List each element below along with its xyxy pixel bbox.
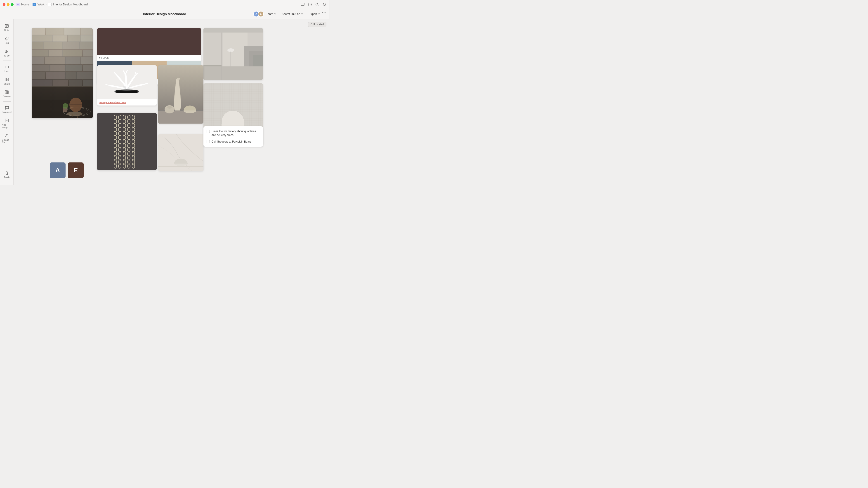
- title-bar-actions: A E Team | Secret link: on | Export: [253, 11, 326, 17]
- todo-card[interactable]: Email the tile factory about quantities …: [204, 126, 263, 147]
- sidebar-label-link: Link: [4, 42, 8, 44]
- sidebar-label-note: Note: [4, 29, 9, 32]
- team-button[interactable]: Team: [266, 12, 276, 15]
- help-icon[interactable]: ?: [308, 2, 312, 6]
- minimize-button[interactable]: [7, 3, 9, 6]
- svg-rect-57: [32, 87, 93, 119]
- breadcrumb-page[interactable]: Interior Design Moodboard: [53, 3, 88, 6]
- svg-rect-23: [5, 119, 8, 122]
- todo-checkbox-2[interactable]: [207, 140, 210, 143]
- search-icon[interactable]: [315, 2, 319, 6]
- svg-rect-47: [65, 65, 82, 71]
- sidebar-item-add-image[interactable]: Add image: [1, 116, 12, 130]
- svg-point-84: [114, 91, 139, 93]
- todo-text-1: Email the tile factory about quantities …: [212, 129, 260, 137]
- export-button[interactable]: Export: [309, 12, 320, 15]
- svg-rect-58: [32, 100, 93, 119]
- coral-link[interactable]: www.porcelainbear.com: [97, 99, 157, 105]
- svg-rect-48: [83, 65, 93, 71]
- sidebar-item-link[interactable]: Link: [1, 34, 12, 46]
- svg-point-59: [63, 107, 90, 116]
- sidebar-item-column[interactable]: Column: [1, 88, 12, 100]
- svg-rect-74: [223, 33, 248, 66]
- add-image-icon: [4, 118, 9, 123]
- svg-rect-20: [5, 91, 6, 94]
- board-icon: [4, 77, 9, 82]
- sidebar-item-comment[interactable]: Comment: [1, 103, 12, 115]
- todo-icon: [4, 49, 9, 54]
- coral-card[interactable]: www.porcelainbear.com: [97, 65, 157, 105]
- top-bar: N Home › W Work › □ Interior Design Mood…: [0, 0, 329, 9]
- maximize-button[interactable]: [11, 3, 13, 6]
- big-swatch: [97, 28, 201, 55]
- column-icon: [4, 90, 9, 95]
- svg-rect-168: [158, 166, 204, 167]
- svg-rect-32: [81, 35, 93, 41]
- screen-icon[interactable]: [301, 2, 305, 6]
- svg-line-64: [80, 112, 82, 116]
- title-bar: Interior Design Moodboard A E Team | Sec…: [0, 9, 329, 19]
- app-icon: N: [16, 3, 20, 6]
- svg-rect-21: [6, 91, 7, 94]
- left-sidebar: Note Link To-do Line Board: [0, 19, 13, 185]
- sidebar-label-trash: Trash: [4, 176, 9, 179]
- svg-rect-50: [46, 72, 65, 79]
- svg-rect-77: [253, 55, 263, 66]
- svg-rect-42: [44, 57, 65, 64]
- todo-checkbox-1[interactable]: [207, 130, 210, 133]
- breadcrumb-sep1: ›: [31, 3, 31, 6]
- large-interior-photo[interactable]: [32, 28, 93, 119]
- sidebar-item-upload[interactable]: Upload file: [1, 131, 12, 145]
- svg-point-4: [316, 3, 318, 5]
- vases-photo[interactable]: [158, 65, 204, 124]
- trash-icon: [4, 170, 9, 175]
- secret-link-button[interactable]: Secret link: on: [282, 12, 303, 15]
- sidebar-label-add-image: Add image: [2, 124, 11, 129]
- gray-room-bg: [204, 28, 263, 80]
- sidebar-item-board[interactable]: Board: [1, 75, 12, 87]
- bell-icon[interactable]: [322, 2, 327, 6]
- avatar-group: A E: [253, 11, 264, 17]
- svg-point-67: [67, 111, 83, 116]
- svg-point-60: [66, 108, 88, 116]
- unsorted-badge[interactable]: 0 Unsorted: [308, 22, 327, 27]
- svg-text:?: ?: [309, 3, 311, 6]
- svg-rect-73: [204, 28, 263, 33]
- svg-rect-52: [77, 72, 93, 79]
- sidebar-item-note[interactable]: Note: [1, 22, 12, 33]
- svg-rect-71: [204, 66, 263, 80]
- sidebar-label-upload: Upload file: [2, 139, 11, 144]
- svg-rect-51: [65, 72, 76, 79]
- sidebar-item-trash[interactable]: Trash: [1, 169, 12, 181]
- todo-item-2: Call Gregeory at Porcelain Bears: [207, 140, 260, 144]
- svg-rect-53: [32, 79, 52, 86]
- sidebar-item-todo[interactable]: To-do: [1, 47, 12, 59]
- svg-rect-46: [50, 65, 65, 71]
- gray-room-photo[interactable]: [204, 28, 263, 80]
- expand-button[interactable]: [322, 12, 326, 16]
- svg-rect-56: [83, 79, 93, 86]
- marble-photo[interactable]: [158, 134, 204, 171]
- sidebar-label-todo: To-do: [4, 55, 9, 57]
- sidebar-item-line[interactable]: Line: [1, 63, 12, 74]
- breadcrumb-home[interactable]: Home: [21, 3, 29, 6]
- sidebar-divider-2: [3, 101, 11, 102]
- chain-card[interactable]: [97, 113, 157, 170]
- upload-icon: [4, 133, 9, 138]
- svg-rect-80: [204, 65, 221, 66]
- breadcrumb-work[interactable]: Work: [37, 3, 44, 6]
- work-folder-icon: W: [33, 3, 36, 6]
- svg-rect-43: [65, 57, 80, 64]
- page-icon: □: [48, 3, 52, 6]
- avatar-tile-a: A: [50, 162, 66, 178]
- svg-rect-38: [49, 50, 63, 57]
- link-icon: [4, 36, 9, 41]
- svg-rect-155: [177, 78, 180, 79]
- todo-text-2: Call Gregeory at Porcelain Bears: [212, 140, 251, 144]
- svg-rect-31: [68, 35, 80, 41]
- close-button[interactable]: [3, 3, 5, 6]
- svg-point-66: [63, 103, 68, 109]
- svg-rect-39: [63, 50, 82, 57]
- vases-bg: [158, 65, 204, 124]
- svg-point-61: [69, 98, 82, 112]
